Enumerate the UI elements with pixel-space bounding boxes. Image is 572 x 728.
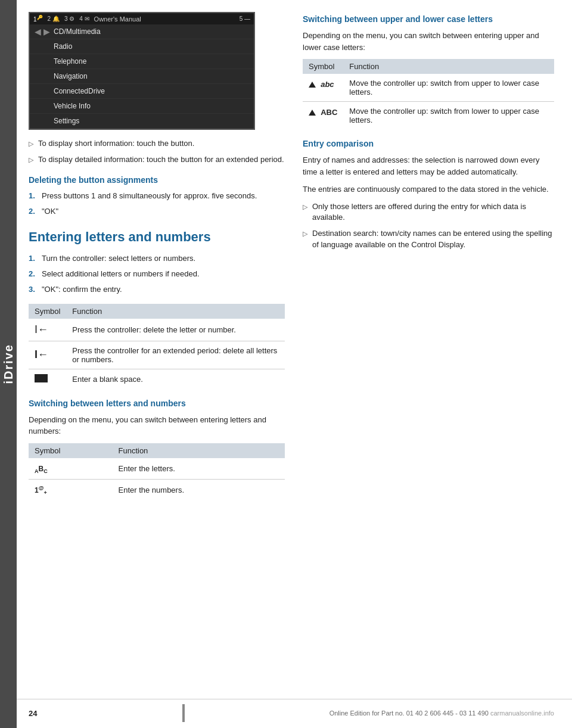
function-cell: Move the controller up: switch from lowe… [343, 102, 554, 130]
deleting-heading: Deleting the button assignments [29, 175, 285, 185]
footer: 24 Online Edition for Part no. 01 40 2 6… [17, 699, 572, 722]
function-cell: Enter the letters. [112, 458, 285, 480]
entry-comparison-p2: The entries are continuously compared to… [303, 183, 554, 195]
step-text: Turn the controller: select letters or n… [42, 253, 195, 265]
nav-tab-5: 5 — [240, 15, 250, 22]
entry-comparison-p1: Entry of names and addresses: the select… [303, 154, 554, 178]
bullet-arrow-icon: ▷ [303, 229, 307, 239]
deleting-steps: 1. Press buttons 1 and 8 simultaneously … [29, 191, 285, 217]
table-header-function: Function [112, 443, 285, 458]
table-row: abc Move the controller up: switch from … [303, 74, 554, 102]
entry-comparison-bullets: ▷ Only those letters are offered during … [303, 201, 554, 251]
bullet-text: Destination search: town/city names can … [312, 228, 554, 251]
bullet-item: ▷ Destination search: town/city names ca… [303, 228, 554, 251]
step-item: 2. Select additional letters or numbers … [29, 269, 285, 280]
bullet-text: To display short information: touch the … [38, 138, 194, 150]
switching-letters-heading: Switching between letters and numbers [29, 399, 285, 408]
nav-tab-2: 2 🔔 [48, 15, 60, 22]
symbol-cell: I← [29, 319, 66, 341]
table-header-function: Function [66, 304, 285, 319]
bullet-text: Only those letters are offered during th… [312, 201, 554, 224]
page-number: 24 [29, 709, 37, 718]
upper-lower-table: Symbol Function abc Move the controller … [303, 59, 554, 129]
space-symbol-icon [35, 374, 48, 382]
abc-symbol: abc [321, 80, 334, 89]
sidebar-label: iDrive [2, 344, 15, 384]
bullet-text: To display detailed information: touch t… [38, 154, 284, 166]
step-text: Select additional letters or numbers if … [42, 269, 200, 280]
step-item: 1. Turn the controller: select letters o… [29, 253, 285, 265]
bullet-arrow-icon: ▷ [303, 203, 307, 212]
step-text: "OK": confirm the entry. [42, 284, 122, 295]
nav-item-radio[interactable]: Radio [30, 39, 254, 54]
triangle-up-icon [309, 82, 316, 88]
function-cell: Press the controller for an extended per… [66, 341, 285, 369]
table-row: ABC Enter the letters. [29, 458, 285, 480]
step-text: "OK" [42, 206, 58, 217]
footer-divider [182, 704, 185, 722]
nav-item-vehicle[interactable]: Vehicle Info [30, 99, 254, 114]
step-item: 2. "OK" [29, 206, 285, 217]
switching-letters-intro: Depending on the menu, you can switch be… [29, 414, 285, 437]
table-header-symbol: Symbol [29, 443, 112, 458]
table-header-symbol: Symbol [29, 304, 66, 319]
table-header-function: Function [343, 59, 554, 74]
symbol-cell: abc [303, 74, 343, 102]
step-num: 3. [29, 284, 37, 295]
nav-tab-1: 1🔑 [33, 15, 43, 23]
nav-topbar: 1🔑 2 🔔 3 ⚙ 4 ✉ Owner's Manual 5 — [30, 13, 254, 24]
bullet-arrow-icon: ▷ [29, 155, 33, 165]
nav-item-telephone[interactable]: Telephone [30, 54, 254, 69]
switching-upper-heading: Switching between upper and lower case l… [303, 14, 554, 24]
ABC-symbol: ABC [321, 108, 337, 117]
entering-steps: 1. Turn the controller: select letters o… [29, 253, 285, 295]
nav-menu: ◀ ▶ CD/Multimedia Radio Telephone Naviga… [30, 24, 254, 129]
step-text: Press buttons 1 and 8 simultaneously for… [42, 191, 257, 202]
footer-edition-text: Online Edition for Part no. 01 40 2 606 … [329, 710, 489, 717]
nav-item-settings[interactable]: Settings [30, 114, 254, 129]
function-cell: Press the controller: delete the letter … [66, 319, 285, 341]
step-num: 2. [29, 269, 37, 280]
nav-item-connected[interactable]: ConnectedDrive [30, 84, 254, 99]
symbol-cell: ABC [303, 102, 343, 130]
function-cell: Move the controller up: switch from uppe… [343, 74, 554, 102]
function-cell: Enter a blank space. [66, 369, 285, 389]
bullet-item: ▷ Only those letters are offered during … [303, 201, 554, 224]
bullet-arrow-icon: ▷ [29, 139, 33, 149]
table-row: I← Press the controller for an extended … [29, 341, 285, 369]
right-column: Switching between upper and lower case l… [303, 12, 554, 510]
table-row: ABC Move the controller up: switch from … [303, 102, 554, 130]
bullet-item: ▷ To display detailed information: touch… [29, 154, 285, 166]
nav-tab-manual: Owner's Manual [94, 15, 141, 23]
nav-item-navigation[interactable]: Navigation [30, 69, 254, 84]
left-column: 1🔑 2 🔔 3 ⚙ 4 ✉ Owner's Manual 5 — ◀ ▶ CD… [29, 12, 285, 510]
step-item: 1. Press buttons 1 and 8 simultaneously … [29, 191, 285, 202]
nav-item-cd[interactable]: ◀ ▶ CD/Multimedia [30, 24, 254, 39]
step-item: 3. "OK": confirm the entry. [29, 284, 285, 295]
triangle-up-icon [309, 110, 316, 116]
letters-numbers-table: Symbol Function ABC Enter the letters. 1… [29, 443, 285, 501]
big-heading: Entering letters and numbers [29, 229, 285, 245]
nav-tab-3: 3 ⚙ [64, 15, 74, 22]
entry-comparison-heading: Entry comparison [303, 139, 554, 148]
step-num: 2. [29, 206, 37, 217]
bullet-item: ▷ To display short information: touch th… [29, 138, 285, 150]
footer-text: Online Edition for Part no. 01 40 2 606 … [329, 710, 554, 717]
step-num: 1. [29, 191, 37, 202]
table-row: I← Press the controller: delete the lett… [29, 319, 285, 341]
table-header-symbol: Symbol [303, 59, 343, 74]
top-bullets: ▷ To display short information: touch th… [29, 138, 285, 166]
function-cell: Enter the numbers. [112, 480, 285, 501]
symbol-cell [29, 369, 66, 389]
symbol-cell: 1@+ [29, 480, 112, 501]
nav-screenshot: 1🔑 2 🔔 3 ⚙ 4 ✉ Owner's Manual 5 — ◀ ▶ CD… [29, 12, 255, 130]
table-row: Enter a blank space. [29, 369, 285, 389]
enter-table: Symbol Function I← Press the controller:… [29, 304, 285, 389]
symbol-cell: I← [29, 341, 66, 369]
step-num: 1. [29, 253, 37, 265]
sidebar-tab: iDrive [0, 0, 17, 728]
footer-watermark: carmanualsonline.info [490, 710, 554, 717]
switching-upper-intro: Depending on the menu, you can switch be… [303, 30, 554, 53]
nav-tab-4: 4 ✉ [79, 15, 89, 22]
symbol-cell: ABC [29, 458, 112, 480]
